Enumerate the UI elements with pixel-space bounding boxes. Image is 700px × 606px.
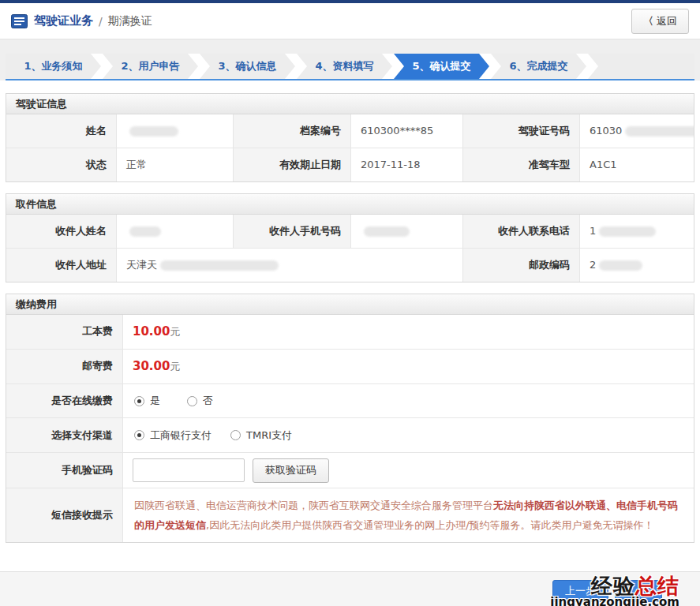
sms-notice-text: 因陕西省联通、电信运营商技术问题，陕西省互联网交通安全综合服务管理平台无法向持陕…	[123, 488, 694, 542]
name-value	[117, 114, 234, 148]
radio-icon	[134, 396, 144, 406]
step-2-user-declaration[interactable]: 2、用户申告	[103, 54, 198, 79]
redacted-name	[129, 126, 178, 137]
expiry-date-label: 有效期止日期	[234, 148, 351, 181]
footer-bar: 上一步 经验总结 jingyanzongjie.com	[0, 571, 700, 606]
step-6-finish-submit[interactable]: 6、完成提交	[491, 54, 586, 79]
page-header: 驾驶证业务 / 期满换证 〈返回	[0, 3, 700, 39]
online-payment-yes-radio[interactable]: 是	[134, 394, 160, 408]
redacted-recipient-address	[160, 260, 279, 271]
redacted-postcode	[599, 260, 642, 271]
radio-icon	[134, 430, 144, 440]
step-3-confirm-info[interactable]: 3、确认信息	[200, 54, 295, 79]
file-number-value: 610300****85	[351, 114, 463, 148]
icbc-pay-radio[interactable]: 工商银行支付	[134, 428, 211, 443]
recipient-name-label: 收件人姓名	[6, 215, 117, 248]
table-row: 手机验证码 获取验证码	[6, 452, 694, 488]
table-row: 邮寄费 30.00元	[6, 349, 694, 383]
status-label: 状态	[6, 148, 117, 181]
step-bar-filler	[588, 54, 694, 79]
license-number-value: 61030	[580, 114, 694, 148]
vehicle-class-value: A1C1	[580, 148, 694, 181]
online-payment-no-radio[interactable]: 否	[187, 394, 213, 408]
redacted-license-number	[625, 126, 694, 137]
sms-code-label: 手机验证码	[6, 453, 123, 488]
recipient-address-label: 收件人地址	[6, 249, 117, 282]
breadcrumb-separator: /	[99, 15, 103, 28]
online-payment-label: 是否在线缴费	[6, 384, 123, 417]
online-payment-options: 是 否	[123, 384, 694, 417]
fees-section: 缴纳费用 工本费 10.00元 邮寄费 30.00元 是否在线缴费 是 否 选择…	[6, 294, 694, 543]
recipient-name-value	[117, 215, 234, 248]
status-value: 正常	[117, 148, 234, 181]
tmri-pay-radio[interactable]: TMRI支付	[230, 428, 292, 443]
step-bar: 1、业务须知 2、用户申告 3、确认信息 4、资料填写 5、确认提交 6、完成提…	[6, 54, 694, 80]
license-number-label: 驾驶证号码	[463, 114, 580, 148]
postcode-label: 邮政编码	[463, 249, 580, 282]
sms-code-input[interactable]	[133, 458, 245, 482]
table-row: 是否在线缴费 是 否	[6, 383, 694, 417]
payment-channel-label: 选择支付渠道	[6, 418, 123, 452]
page-title: 驾驶证业务	[34, 13, 93, 28]
breadcrumb-current: 期满换证	[108, 14, 152, 28]
main-content: 驾驶证信息 姓名 档案编号 610300****85 驾驶证号码 61030 状…	[0, 80, 700, 571]
back-button-label: 返回	[657, 15, 677, 27]
radio-icon	[187, 396, 197, 406]
redacted-recipient-phone	[599, 226, 656, 237]
postage-fee-value: 30.00元	[123, 350, 694, 383]
production-fee-label: 工本费	[6, 315, 123, 349]
back-chevron-icon: 〈	[643, 15, 653, 27]
form-list-icon	[11, 14, 28, 28]
recipient-phone-label: 收件人联系电话	[463, 215, 580, 248]
previous-step-button[interactable]: 上一步	[552, 580, 608, 602]
redacted-recipient-mobile	[364, 226, 410, 237]
table-row: 短信接收提示 因陕西省联通、电信运营商技术问题，陕西省互联网交通安全综合服务管理…	[6, 488, 694, 542]
table-row: 状态 正常 有效期止日期 2017-11-18 准驾车型 A1C1	[6, 148, 694, 181]
postage-fee-label: 邮寄费	[6, 350, 123, 383]
production-fee-value: 10.00元	[123, 315, 694, 349]
table-row: 收件人地址 天津天 邮政编码 2	[6, 248, 694, 282]
recipient-address-value: 天津天	[117, 249, 463, 282]
pickup-info-section: 取件信息 收件人姓名 收件人手机号码 收件人联系电话 1 收件人地址 天津天 邮…	[6, 193, 694, 282]
expiry-date-value: 2017-11-18	[351, 148, 463, 181]
get-sms-code-button[interactable]: 获取验证码	[253, 458, 329, 483]
name-label: 姓名	[6, 114, 117, 148]
step-4-fill-data[interactable]: 4、资料填写	[297, 54, 392, 79]
license-info-section: 驾驶证信息 姓名 档案编号 610300****85 驾驶证号码 61030 状…	[6, 93, 694, 182]
file-number-label: 档案编号	[234, 114, 351, 148]
fees-section-title: 缴纳费用	[6, 294, 694, 315]
table-row: 收件人姓名 收件人手机号码 收件人联系电话 1	[6, 215, 694, 248]
recipient-phone-value: 1	[580, 215, 694, 248]
step-5-confirm-submit[interactable]: 5、确认提交	[394, 54, 489, 79]
table-row: 姓名 档案编号 610300****85 驾驶证号码 61030	[6, 114, 694, 148]
recipient-mobile-value	[351, 215, 463, 248]
recipient-mobile-label: 收件人手机号码	[234, 215, 351, 248]
radio-icon	[230, 430, 241, 440]
table-row: 选择支付渠道 工商银行支付 TMRI支付	[6, 417, 694, 452]
redacted-recipient-name	[129, 226, 161, 237]
step-1-business-notes[interactable]: 1、业务须知	[6, 54, 101, 79]
payment-channel-options: 工商银行支付 TMRI支付	[123, 418, 694, 452]
table-row: 工本费 10.00元	[6, 315, 694, 349]
postcode-value: 2	[580, 249, 694, 282]
sms-notice-label: 短信接收提示	[6, 488, 123, 542]
license-section-title: 驾驶证信息	[6, 94, 694, 114]
back-button[interactable]: 〈返回	[631, 9, 689, 34]
covered-submit-button[interactable]	[615, 580, 662, 602]
pickup-section-title: 取件信息	[6, 194, 694, 215]
vehicle-class-label: 准驾车型	[463, 148, 580, 181]
